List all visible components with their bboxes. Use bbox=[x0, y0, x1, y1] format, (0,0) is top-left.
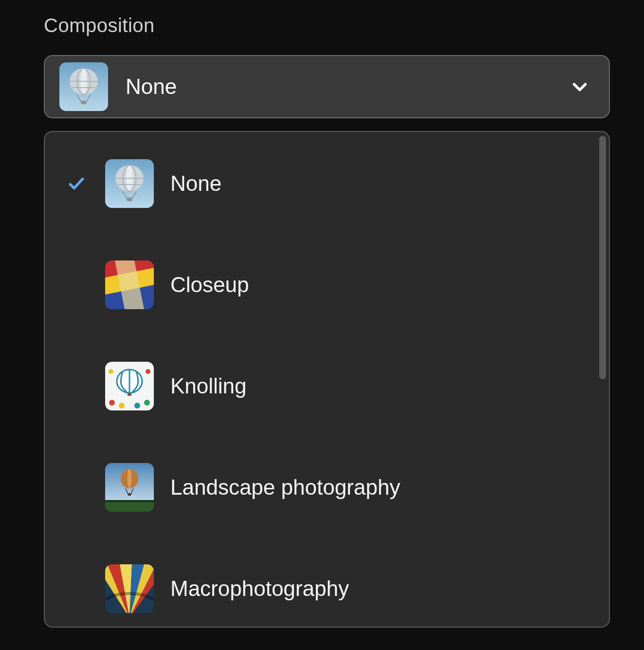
section-label-composition: Composition bbox=[44, 15, 610, 37]
dropdown-scrollbar[interactable] bbox=[599, 136, 606, 506]
option-label: None bbox=[170, 171, 221, 196]
option-label: Landscape photography bbox=[170, 475, 400, 500]
composition-option-landscape[interactable]: Landscape photography bbox=[59, 451, 597, 523]
option-thumbnail bbox=[105, 564, 154, 613]
chevron-down-icon bbox=[570, 77, 589, 96]
svg-rect-17 bbox=[105, 501, 154, 512]
svg-rect-3 bbox=[127, 198, 132, 201]
composition-option-macro[interactable]: Macrophotography bbox=[59, 553, 597, 625]
svg-point-15 bbox=[109, 369, 113, 374]
svg-point-12 bbox=[134, 403, 140, 409]
svg-rect-18 bbox=[105, 500, 154, 502]
svg-point-14 bbox=[146, 369, 150, 374]
dropdown-inner: None Closeup bbox=[45, 137, 607, 625]
svg-rect-1 bbox=[81, 101, 87, 104]
option-thumbnail bbox=[105, 463, 154, 512]
composition-dropdown-list: None Closeup bbox=[44, 131, 610, 628]
option-label: Closeup bbox=[170, 273, 249, 297]
option-label: Knolling bbox=[170, 374, 247, 398]
option-thumbnail bbox=[105, 260, 154, 309]
svg-point-11 bbox=[119, 403, 125, 409]
option-thumbnail bbox=[105, 362, 154, 410]
composition-dropdown-trigger[interactable]: None bbox=[44, 55, 610, 118]
check-icon bbox=[64, 174, 89, 193]
option-thumbnail bbox=[105, 159, 154, 208]
svg-rect-9 bbox=[128, 393, 131, 396]
composition-option-none[interactable]: None bbox=[59, 148, 597, 220]
svg-rect-20 bbox=[128, 493, 131, 496]
composition-option-knolling[interactable]: Knolling bbox=[59, 350, 597, 422]
composition-option-closeup[interactable]: Closeup bbox=[59, 249, 597, 321]
option-label: Macrophotography bbox=[170, 576, 349, 601]
selected-thumbnail bbox=[59, 62, 108, 111]
composition-panel: Composition None bbox=[0, 0, 644, 628]
svg-point-10 bbox=[109, 400, 115, 406]
dropdown-scrollbar-thumb[interactable] bbox=[599, 136, 606, 379]
selected-label: None bbox=[126, 74, 570, 99]
svg-point-13 bbox=[144, 400, 150, 406]
